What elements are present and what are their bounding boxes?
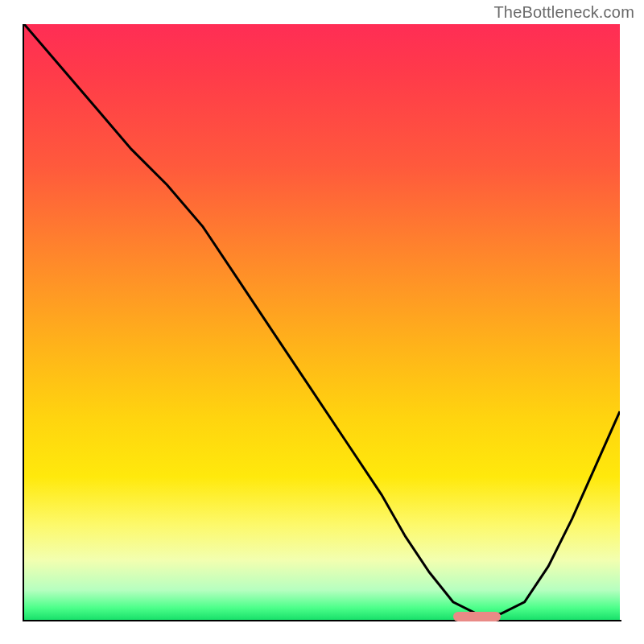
chart-plot-area <box>24 24 620 620</box>
watermark-text: TheBottleneck.com <box>493 3 634 22</box>
x-axis <box>23 620 621 621</box>
optimal-range-marker <box>453 612 501 621</box>
chart-stage: TheBottleneck.com <box>0 0 644 644</box>
y-axis <box>23 24 24 621</box>
